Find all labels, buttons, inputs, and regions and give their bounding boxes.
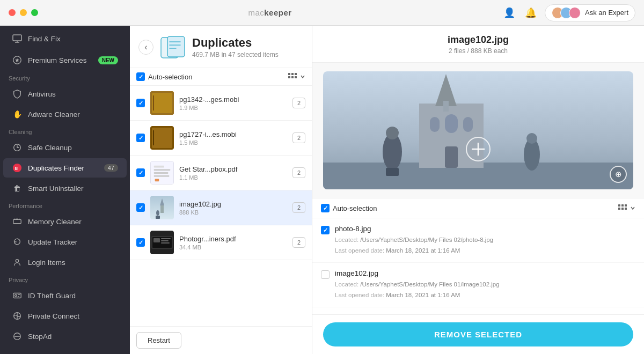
update-label: Update Tracker xyxy=(28,238,77,246)
sidebar-item-update[interactable]: Update Tracker xyxy=(3,232,127,252)
back-button[interactable]: ‹ xyxy=(138,40,153,55)
restart-button[interactable]: Restart xyxy=(136,332,181,349)
user-icon[interactable]: 👤 xyxy=(502,5,517,20)
svg-rect-42 xyxy=(154,175,170,177)
list-item-selected[interactable]: ✓ xyxy=(130,190,312,225)
dup-count-badge: 2 xyxy=(292,132,305,143)
file-size: 1.9 MB xyxy=(179,105,287,111)
dup-count-badge: 2 xyxy=(292,237,305,248)
svg-rect-46 xyxy=(160,205,164,213)
adware-label: Adware Cleaner xyxy=(28,110,80,119)
svg-rect-75 xyxy=(625,204,627,206)
list-item[interactable]: ✓ Photogr...iners.pdf 34.4 MB xyxy=(130,225,312,260)
svg-rect-0 xyxy=(13,35,21,41)
memory-label: Memory Cleaner xyxy=(28,218,82,226)
file-name: pg1342-...ges.mobi xyxy=(179,95,287,104)
file-checkbox[interactable]: ✓ xyxy=(136,168,145,177)
svg-point-47 xyxy=(156,210,159,216)
sidebar-item-stopad[interactable]: StopAd xyxy=(3,327,127,346)
file-size: 34.4 MB xyxy=(179,244,287,250)
svg-rect-27 xyxy=(291,73,294,75)
svg-rect-73 xyxy=(618,204,620,206)
file-checkbox[interactable]: ✓ xyxy=(136,203,145,212)
right-grid-sort[interactable] xyxy=(618,204,635,212)
maximize-button[interactable] xyxy=(31,9,38,16)
svg-rect-29 xyxy=(288,76,290,78)
stopad-icon xyxy=(12,331,23,342)
list-item[interactable]: ✓ pg1342-...ges.mobi 1.9 MB 2 xyxy=(130,86,312,121)
login-icon xyxy=(12,257,23,268)
ask-expert-button[interactable]: Ask an Expert xyxy=(545,4,635,21)
shield-icon xyxy=(12,88,23,99)
file-size: 1.1 MB xyxy=(179,174,287,181)
svg-rect-55 xyxy=(161,242,170,244)
svg-rect-33 xyxy=(152,93,172,113)
svg-text:8: 8 xyxy=(15,165,18,171)
dup-file-item[interactable]: image102.jpg Located: /Users/YaphetS/Des… xyxy=(312,263,644,307)
id-icon xyxy=(12,290,23,301)
auto-selection-checkbox[interactable]: ✓ xyxy=(136,72,145,81)
svg-rect-34 xyxy=(153,95,154,110)
remove-selected-button[interactable]: REMOVE SELECTED xyxy=(323,322,633,346)
find-fix-label: Find & Fix xyxy=(28,35,61,43)
file-thumbnail xyxy=(150,91,174,115)
zoom-icon[interactable]: ⊕ xyxy=(610,166,627,183)
sidebar-item-vpn[interactable]: Private Connect xyxy=(3,306,127,326)
dup-count-badge: 2 xyxy=(292,98,305,108)
dup-file-checkbox-unchecked[interactable] xyxy=(321,270,330,279)
dup-file-item[interactable]: ✓ photo-8.jpg Located: /Users/YaphetS/De… xyxy=(312,218,644,263)
sidebar-item-find-fix[interactable]: Find & Fix xyxy=(3,28,127,49)
sidebar-item-login[interactable]: Login Items xyxy=(3,253,127,272)
panel-title: Duplicates xyxy=(192,36,279,50)
svg-rect-48 xyxy=(156,216,160,219)
copy-icon: 8 xyxy=(12,163,23,173)
right-auto-selection-checkbox[interactable]: ✓ xyxy=(321,204,330,212)
file-info: image102.jpg 888 KB xyxy=(179,200,287,216)
dup-file-date: March 18, 2021 at 1:16 AM xyxy=(386,247,460,254)
svg-rect-78 xyxy=(625,208,627,210)
sidebar-item-smart-uninstaller[interactable]: 🗑 Smart Uninstaller xyxy=(3,179,127,198)
list-item[interactable]: ✓ pg1727-i...es.mobi 1.5 MB 2 xyxy=(130,121,312,156)
circle-arrow-icon xyxy=(12,142,23,153)
svg-point-14 xyxy=(15,294,17,297)
new-badge: NEW xyxy=(98,56,118,64)
sidebar-item-safe-cleanup[interactable]: Safe Cleanup xyxy=(3,138,127,157)
file-list: ✓ pg1342-...ges.mobi 1.9 MB 2 xyxy=(130,86,312,326)
file-checkbox[interactable]: ✓ xyxy=(136,134,145,142)
list-item[interactable]: ✓ Get Star...pbox.pdf 1.1 MB xyxy=(130,156,312,190)
svg-rect-63 xyxy=(445,114,458,133)
sidebar-item-memory[interactable]: Memory Cleaner xyxy=(3,212,127,231)
svg-point-69 xyxy=(526,133,537,144)
close-button[interactable] xyxy=(9,9,16,16)
sidebar-item-id-theft[interactable]: ID Theft Guard xyxy=(3,286,127,305)
minimize-button[interactable] xyxy=(20,9,27,16)
update-icon xyxy=(12,237,23,247)
dup-file-detail: Located: /Users/YaphetS/Desktop/My Files… xyxy=(335,235,635,256)
sidebar-item-duplicates[interactable]: 8 Duplicates Finder 47 xyxy=(3,158,127,178)
notification-icon[interactable]: 🔔 xyxy=(523,5,538,20)
vpn-icon xyxy=(12,311,23,321)
dup-file-checkbox[interactable]: ✓ xyxy=(321,226,330,234)
dup-file-name: photo-8.jpg xyxy=(335,225,635,233)
preview-area: ⊕ xyxy=(312,63,644,198)
svg-rect-62 xyxy=(463,117,473,132)
security-section-label: Security xyxy=(0,71,130,84)
file-name: Get Star...pbox.pdf xyxy=(179,165,287,173)
antivirus-label: Antivirus xyxy=(28,90,56,98)
dup-file-info: image102.jpg Located: /Users/YaphetS/Des… xyxy=(335,269,635,300)
sidebar-item-premium[interactable]: Premium Services NEW xyxy=(3,50,127,70)
safe-cleanup-label: Safe Cleanup xyxy=(28,144,72,152)
svg-rect-53 xyxy=(161,238,171,239)
grid-sort-button[interactable] xyxy=(288,73,305,80)
sidebar-item-adware[interactable]: ✋ Adware Cleaner xyxy=(3,105,127,124)
file-checkbox[interactable]: ✓ xyxy=(136,238,145,247)
file-checkbox[interactable]: ✓ xyxy=(136,99,145,107)
file-thumbnail xyxy=(150,126,174,150)
duplicates-label: Duplicates Finder xyxy=(28,164,84,172)
sidebar-item-antivirus[interactable]: Antivirus xyxy=(3,84,127,104)
svg-rect-76 xyxy=(618,208,620,210)
dup-file-location2: /Users/YaphetS/Desktop/My Files 01/image… xyxy=(360,281,499,287)
private-connect-label: Private Connect xyxy=(28,312,79,320)
middle-panel: ‹ Duplicates 469.7 MB in 47 selected ite… xyxy=(130,26,312,354)
svg-rect-64 xyxy=(445,146,458,168)
